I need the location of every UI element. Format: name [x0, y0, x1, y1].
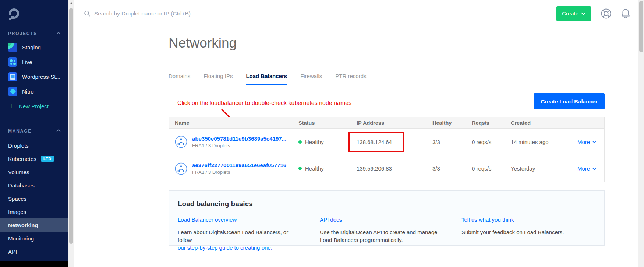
sidebar-item-kubernetes[interactable]: Kubernetes LTD: [0, 152, 68, 165]
healthy-status-dot: [298, 140, 302, 144]
more-menu-button[interactable]: More: [577, 139, 604, 145]
sidebar-item-wordpress[interactable]: Wordpress-St...: [0, 69, 68, 84]
load-balancer-icon: [175, 162, 187, 175]
digitalocean-control-panel: PROJECTS Staging Live Wordpress-St... Ni…: [0, 0, 644, 267]
chevron-up-icon[interactable]: [56, 129, 61, 132]
topbar: Create: [74, 0, 638, 27]
search-icon: [84, 10, 91, 17]
manage-label: Monitoring: [8, 235, 34, 242]
column-header-created: Created: [511, 120, 577, 126]
status-label: Healthy: [305, 165, 324, 172]
table-row: ae376ff22770011e9a651e6eaf057716 FRA1 / …: [169, 155, 604, 182]
scroll-up-arrow-icon[interactable]: [70, 2, 73, 4]
new-project-label: New Project: [19, 103, 49, 109]
chevron-up-icon[interactable]: [56, 32, 61, 35]
created-time: 14 minutes ago: [511, 139, 577, 145]
projects-section-header: PROJECTS: [0, 31, 68, 36]
manage-label: Kubernetes: [8, 156, 36, 162]
chevron-down-icon: [592, 167, 597, 170]
ltd-badge: LTD: [41, 156, 54, 162]
status-label: Healthy: [305, 139, 324, 145]
table-header: Name Status IP Address Healthy Reqs/s Cr…: [169, 117, 604, 129]
api-docs-link[interactable]: API docs: [320, 216, 342, 224]
project-label: Nitro: [22, 88, 34, 95]
ip-address: 139.59.206.83: [357, 165, 432, 172]
scrollbar-thumb[interactable]: [639, 1, 643, 52]
sidebar-item-spaces[interactable]: Spaces: [0, 192, 68, 205]
sidebar-item-live[interactable]: Live: [0, 55, 68, 69]
basics-title: Load balancing basics: [178, 200, 604, 208]
help-lifebuoy-icon[interactable]: [601, 8, 612, 19]
column-header-healthy: Healthy: [432, 120, 472, 126]
lb-meta: FRA1 / 3 Droplets: [192, 143, 286, 148]
page-title: Networking: [169, 35, 237, 51]
digitalocean-logo-icon: [7, 7, 21, 21]
created-time: Yesterday: [511, 165, 577, 172]
lb-name-link[interactable]: ae376ff22770011e9a651e6eaf057716: [192, 162, 286, 168]
sidebar-item-api[interactable]: API: [0, 245, 68, 258]
more-label: More: [577, 139, 590, 145]
more-label: More: [577, 165, 590, 172]
sidebar: PROJECTS Staging Live Wordpress-St... Ni…: [0, 0, 68, 267]
manage-label: Databases: [8, 182, 35, 189]
more-menu-button[interactable]: More: [577, 165, 604, 172]
load-balancer-icon: [175, 136, 187, 148]
column-header-status: Status: [298, 120, 357, 126]
projects-list: Staging Live Wordpress-St... Nitro + New…: [0, 40, 68, 113]
annotation-highlight-rectangle: [348, 132, 404, 152]
lb-name-link[interactable]: abe350e05781d11e9b3689a5c4197...: [192, 136, 286, 142]
scrollbar-thumb[interactable]: [69, 8, 73, 244]
basics-card-text: Use the DigitalOcean API to create and m…: [320, 228, 444, 244]
load-balancing-basics-panel: Load balancing basics Load Balancer over…: [169, 190, 605, 246]
project-label: Live: [22, 59, 32, 65]
project-wordpress-icon: [8, 72, 17, 81]
chevron-down-icon: [592, 140, 597, 143]
project-live-icon: [8, 57, 17, 67]
project-nitro-icon: [8, 87, 17, 96]
manage-section-header: MANAGE: [0, 129, 68, 134]
chevron-down-icon: [581, 12, 585, 15]
column-header-name: Name: [169, 120, 298, 126]
sidebar-item-droplets[interactable]: Droplets: [0, 139, 68, 152]
project-label: Staging: [22, 44, 41, 50]
sidebar-item-databases[interactable]: Databases: [0, 179, 68, 192]
projects-header-label: PROJECTS: [8, 31, 37, 36]
tab-ptr-records[interactable]: PTR records: [335, 73, 366, 85]
sidebar-item-monitoring[interactable]: Monitoring: [0, 232, 68, 245]
status-cell: Healthy: [298, 139, 357, 145]
sidebar-item-volumes[interactable]: Volumes: [0, 165, 68, 179]
sidebar-item-staging[interactable]: Staging: [0, 40, 68, 55]
create-load-balancer-button[interactable]: Create Load Balancer: [534, 93, 605, 109]
tab-load-balancers[interactable]: Load Balancers: [246, 73, 287, 85]
sidebar-item-images[interactable]: Images: [0, 205, 68, 218]
basics-card-overview: Load Balancer overview Learn about Digit…: [178, 216, 320, 252]
sidebar-scrollbar[interactable]: [68, 0, 74, 267]
basics-grid: Load Balancer overview Learn about Digit…: [178, 216, 604, 252]
basics-card-api: API docs Use the DigitalOcean API to cre…: [320, 216, 461, 252]
sidebar-item-networking[interactable]: Networking: [0, 218, 68, 232]
tab-firewalls[interactable]: Firewalls: [300, 73, 322, 85]
project-label: Wordpress-St...: [22, 74, 60, 80]
create-button[interactable]: Create: [556, 6, 591, 21]
bottom-black-strip: [0, 261, 68, 267]
sidebar-item-nitro[interactable]: Nitro: [0, 84, 68, 99]
tell-us-what-you-think-link[interactable]: Tell us what you think: [461, 216, 514, 224]
search-bar[interactable]: [84, 10, 556, 17]
manage-list: Droplets Kubernetes LTD Volumes Database…: [0, 139, 68, 258]
manage-label: API: [8, 249, 17, 255]
sidebar-divider: [0, 123, 68, 123]
healthy-count: 3/3: [432, 139, 472, 145]
search-input[interactable]: [94, 10, 278, 17]
load-balancer-overview-link[interactable]: Load Balancer overview: [178, 216, 237, 224]
step-by-step-guide-link[interactable]: our step-by-step guide to creating one.: [178, 245, 272, 251]
page-scrollbar[interactable]: [638, 0, 644, 267]
notifications-bell-icon[interactable]: [620, 8, 631, 19]
tab-domains[interactable]: Domains: [169, 73, 190, 85]
manage-label: Volumes: [8, 169, 29, 175]
tab-floating-ips[interactable]: Floating IPs: [204, 73, 233, 85]
new-project-button[interactable]: + New Project: [0, 99, 68, 113]
lb-name-cell: ae376ff22770011e9a651e6eaf057716 FRA1 / …: [169, 162, 298, 175]
requests-per-second: 0 reqs/s: [472, 165, 511, 172]
manage-label: Droplets: [8, 143, 29, 149]
annotation-note: Click on the loadbalancer to double-chec…: [177, 100, 351, 106]
